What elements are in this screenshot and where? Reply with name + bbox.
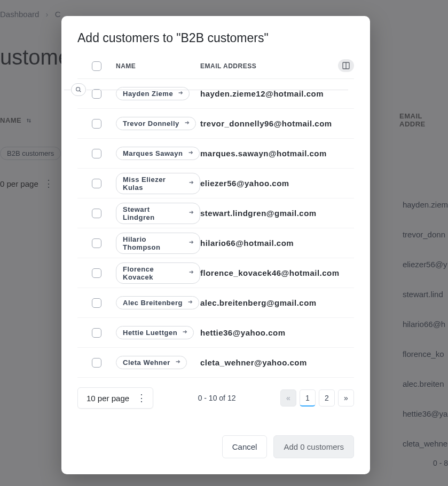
customer-name: Alec Breitenberg xyxy=(123,299,183,307)
row-checkbox[interactable] xyxy=(92,358,101,368)
table-row: Miss Eliezer Kulaseliezer56@yahoo.com xyxy=(77,169,354,198)
table-row: Alec Breitenbergalec.breitenberg@gmail.c… xyxy=(77,288,354,318)
customer-chip[interactable]: Stewart Lindgren xyxy=(116,203,200,224)
row-checkbox[interactable] xyxy=(92,209,101,218)
page-prev[interactable]: « xyxy=(280,389,296,407)
customer-email: cleta_wehner@yahoo.com xyxy=(200,358,354,367)
row-checkbox[interactable] xyxy=(92,328,101,338)
table-row: Stewart Lindgrenstewart.lindgren@gmail.c… xyxy=(77,198,354,228)
customer-chip[interactable]: Florence Kovacek xyxy=(116,262,200,284)
customer-chip[interactable]: Miss Eliezer Kulas xyxy=(116,173,200,194)
table-row: Trevor Donnellytrevor_donnelly96@hotmail… xyxy=(77,109,354,139)
customer-chip[interactable]: Trevor Donnelly xyxy=(116,117,196,130)
modal-title: Add customers to "B2B customers" xyxy=(77,31,354,45)
customer-name: Miss Eliezer Kulas xyxy=(123,176,184,192)
customer-name: Hilario Thompson xyxy=(123,235,184,251)
svg-line-3 xyxy=(80,91,81,92)
arrow-right-icon xyxy=(177,90,184,98)
page-next[interactable]: » xyxy=(338,389,354,407)
arrow-right-icon xyxy=(187,299,193,307)
add-customers-modal: Add customers to "B2B customers" NAME EM… xyxy=(61,16,370,474)
add-customers-button[interactable]: Add 0 customers xyxy=(273,435,354,458)
table-row: Hilario Thompsonhilario66@hotmail.com xyxy=(77,228,354,258)
customer-name: Florence Kovacek xyxy=(123,265,184,281)
customer-name: Trevor Donnelly xyxy=(123,119,179,128)
customer-email: hayden.zieme12@hotmail.com xyxy=(200,89,354,98)
svg-point-2 xyxy=(76,87,80,91)
arrow-right-icon xyxy=(188,269,194,277)
customer-name: Hayden Zieme xyxy=(123,90,173,98)
select-all-checkbox[interactable] xyxy=(92,61,101,71)
page-2[interactable]: 2 xyxy=(319,389,335,407)
customer-name: Cleta Wehner xyxy=(123,358,170,367)
customer-email: eliezer56@yahoo.com xyxy=(200,179,354,188)
table-row: Hettie Luettgenhettie36@yahoo.com xyxy=(77,318,354,348)
pagination: « 1 2 » xyxy=(280,389,354,407)
column-header-email[interactable]: EMAIL ADDRESS xyxy=(200,62,354,70)
row-checkbox[interactable] xyxy=(92,268,101,278)
page-1[interactable]: 1 xyxy=(300,389,316,407)
customer-chip[interactable]: Hettie Luettgen xyxy=(116,326,194,339)
customer-email: hilario66@hotmail.com xyxy=(200,238,354,248)
customer-name: Marques Sawayn xyxy=(123,149,183,157)
cancel-button[interactable]: Cancel xyxy=(222,435,268,458)
customer-chip[interactable]: Hayden Zieme xyxy=(116,87,190,100)
row-checkbox[interactable] xyxy=(92,298,101,308)
table-row: Marques Sawaynmarques.sawayn@hotmail.com xyxy=(77,139,354,169)
customer-email: stewart.lindgren@gmail.com xyxy=(200,209,354,218)
per-page-selector[interactable]: 10 per page ⋮ xyxy=(77,387,153,409)
column-header-name[interactable]: NAME xyxy=(116,62,200,70)
customer-email: hettie36@yahoo.com xyxy=(200,328,354,337)
customer-email: florence_kovacek46@hotmail.com xyxy=(200,268,354,277)
table-row: Cleta Wehnercleta_wehner@yahoo.com xyxy=(77,348,354,378)
customer-email: alec.breitenberg@gmail.com xyxy=(200,298,354,307)
table-body: Hayden Ziemehayden.zieme12@hotmail.comTr… xyxy=(77,79,354,378)
table-header-row: NAME EMAIL ADDRESS xyxy=(77,61,354,79)
customer-chip[interactable]: Marques Sawayn xyxy=(116,147,200,160)
arrow-right-icon xyxy=(188,179,194,187)
arrow-right-icon xyxy=(187,149,194,157)
row-checkbox[interactable] xyxy=(92,179,101,188)
arrow-right-icon xyxy=(182,329,188,337)
search-button[interactable] xyxy=(71,83,86,96)
row-checkbox[interactable] xyxy=(92,89,101,99)
row-checkbox[interactable] xyxy=(92,119,101,129)
customer-name: Stewart Lindgren xyxy=(123,205,184,221)
customer-email: marques.sawayn@hotmail.com xyxy=(200,149,354,158)
density-toggle[interactable] xyxy=(338,59,354,72)
customer-chip[interactable]: Cleta Wehner xyxy=(116,356,187,369)
arrow-right-icon xyxy=(175,358,181,367)
customer-chip[interactable]: Hilario Thompson xyxy=(116,233,200,254)
arrow-right-icon xyxy=(188,239,194,247)
table-footer: 10 per page ⋮ 0 - 10 of 12 « 1 2 » xyxy=(77,378,354,409)
table-row: Florence Kovacekflorence_kovacek46@hotma… xyxy=(77,258,354,288)
more-vertical-icon: ⋮ xyxy=(137,393,146,403)
customer-chip[interactable]: Alec Breitenberg xyxy=(116,296,199,309)
range-label: 0 - 10 of 12 xyxy=(198,394,236,402)
modal-actions: Cancel Add 0 customers xyxy=(77,435,354,458)
arrow-right-icon xyxy=(188,209,194,217)
arrow-right-icon xyxy=(184,119,190,128)
customer-name: Hettie Luettgen xyxy=(123,329,177,337)
table-row: Hayden Ziemehayden.zieme12@hotmail.com xyxy=(77,79,354,109)
row-checkbox[interactable] xyxy=(92,149,101,158)
row-checkbox[interactable] xyxy=(92,238,101,248)
customer-email: trevor_donnelly96@hotmail.com xyxy=(200,119,354,128)
